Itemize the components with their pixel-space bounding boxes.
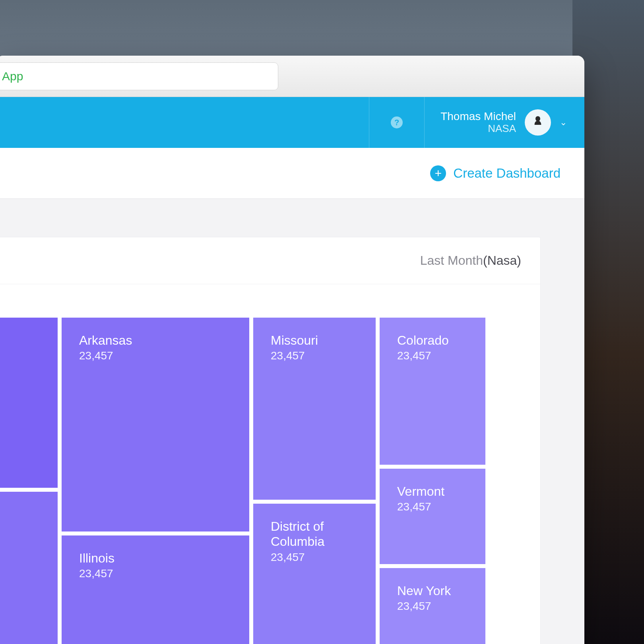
avatar-icon — [530, 114, 546, 131]
org-label: (Nasa) — [483, 253, 521, 268]
tile-value: 23,457 — [271, 349, 358, 362]
chevron-down-icon: ⌄ — [560, 117, 567, 128]
treemap-tile[interactable] — [0, 318, 58, 488]
treemap-chart: Arkansas 23,457 Illinois 23,457 Missouri… — [0, 318, 507, 644]
tile-value: 23,457 — [397, 500, 468, 513]
treemap-tile-vermont[interactable]: Vermont 23,457 — [380, 469, 485, 564]
top-navbar: ? Thomas Michel NASA ⌄ — [0, 97, 584, 148]
help-icon: ? — [391, 116, 403, 128]
tile-name: District of Columbia — [271, 519, 358, 549]
tile-name: New York — [397, 583, 468, 598]
user-text: Thomas Michel NASA — [440, 110, 516, 135]
tile-value: 23,457 — [271, 551, 358, 564]
period-label: Last Month — [420, 253, 483, 268]
treemap-tile-newyork[interactable]: New York 23,457 — [380, 568, 485, 644]
browser-tab-title: App — [2, 70, 23, 83]
plus-icon: + — [430, 165, 446, 181]
create-dashboard-button[interactable]: + Create Dashboard — [430, 165, 561, 181]
tile-name: Arkansas — [79, 333, 232, 348]
user-org: NASA — [440, 123, 516, 135]
treemap-tile-dc[interactable]: District of Columbia 23,457 — [253, 504, 376, 644]
treemap-tile-illinois[interactable]: Illinois 23,457 — [62, 535, 249, 644]
user-name: Thomas Michel — [440, 110, 516, 123]
tile-value: 23,457 — [79, 567, 232, 580]
tile-value: 23,457 — [397, 349, 468, 362]
treemap-tile-missouri[interactable]: Missouri 23,457 — [253, 318, 376, 500]
content-area: Last Month (Nasa) Arkansas 23,457 Illino… — [0, 199, 584, 644]
create-dashboard-label: Create Dashboard — [453, 166, 561, 181]
tile-name: Colorado — [397, 333, 468, 348]
tile-value: 23,457 — [79, 349, 232, 362]
tile-name: Illinois — [79, 551, 232, 566]
card-header: Last Month (Nasa) — [0, 237, 540, 284]
treemap-tile-arkansas[interactable]: Arkansas 23,457 — [62, 318, 249, 531]
treemap-tile-colorado[interactable]: Colorado 23,457 — [380, 318, 485, 465]
help-button[interactable]: ? — [369, 97, 425, 148]
user-menu[interactable]: Thomas Michel NASA ⌄ — [425, 97, 584, 148]
app-window: App ? Thomas Michel NASA ⌄ + Create Dash… — [0, 56, 584, 644]
tile-name: Missouri — [271, 333, 358, 348]
avatar — [525, 109, 551, 136]
action-bar: + Create Dashboard — [0, 148, 584, 199]
browser-tab[interactable]: App — [0, 62, 278, 90]
window-titlebar: App — [0, 56, 584, 97]
tile-value: 23,457 — [397, 600, 468, 613]
dashboard-card: Last Month (Nasa) Arkansas 23,457 Illino… — [0, 237, 541, 644]
tile-name: Vermont — [397, 484, 468, 499]
treemap-tile[interactable] — [0, 492, 58, 644]
